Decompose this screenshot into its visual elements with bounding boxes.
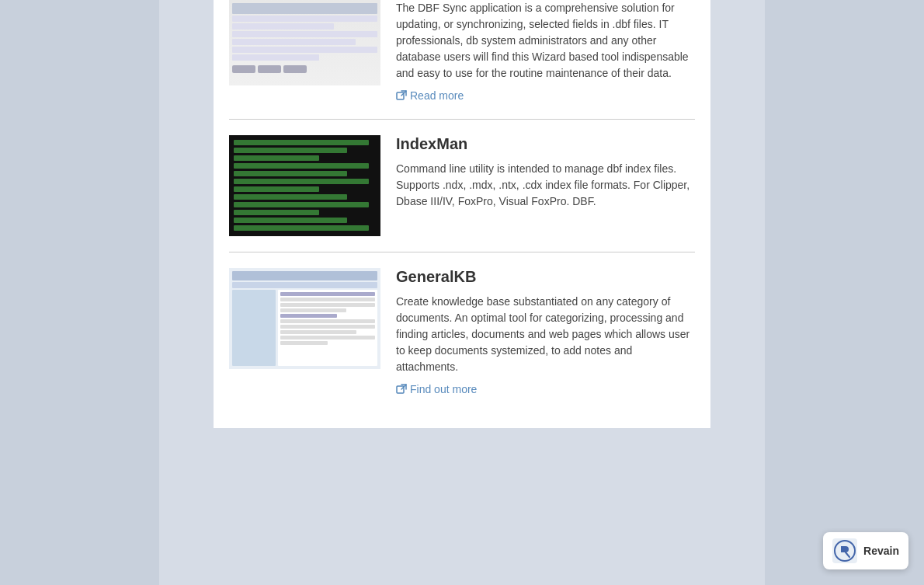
product-desc-generalkb: Create knowledge base substantiated on a… <box>396 294 695 375</box>
product-image-generalkb <box>229 268 380 369</box>
read-more-label-dbfsync: Read more <box>410 89 464 102</box>
read-more-link-dbfsync[interactable]: Read more <box>396 89 464 102</box>
product-section-dbfsync: The DBF Sync application is a comprehens… <box>229 0 695 120</box>
link-icon-generalkb <box>396 384 407 395</box>
product-title-indexman: IndexMan <box>396 135 695 153</box>
product-info-generalkb: GeneralKB Create knowledge base substant… <box>396 268 695 397</box>
product-desc-dbfsync: The DBF Sync application is a comprehens… <box>396 0 695 82</box>
product-image-dbfsync <box>229 0 380 85</box>
product-desc-indexman: Command line utility is intended to mana… <box>396 161 695 210</box>
product-section-indexman: IndexMan Command line utility is intende… <box>229 120 695 252</box>
link-icon-dbfsync <box>396 90 407 101</box>
find-out-more-link-generalkb[interactable]: Find out more <box>396 383 477 395</box>
revain-badge[interactable]: Revain <box>823 532 908 569</box>
product-info-dbfsync: The DBF Sync application is a comprehens… <box>396 0 695 103</box>
product-info-indexman: IndexMan Command line utility is intende… <box>396 135 695 236</box>
product-title-generalkb: GeneralKB <box>396 268 695 286</box>
product-image-indexman <box>229 135 380 236</box>
product-section-generalkb: GeneralKB Create knowledge base substant… <box>229 252 695 413</box>
find-out-more-label-generalkb: Find out more <box>410 383 477 395</box>
revain-label: Revain <box>863 545 899 557</box>
revain-logo <box>832 538 857 563</box>
